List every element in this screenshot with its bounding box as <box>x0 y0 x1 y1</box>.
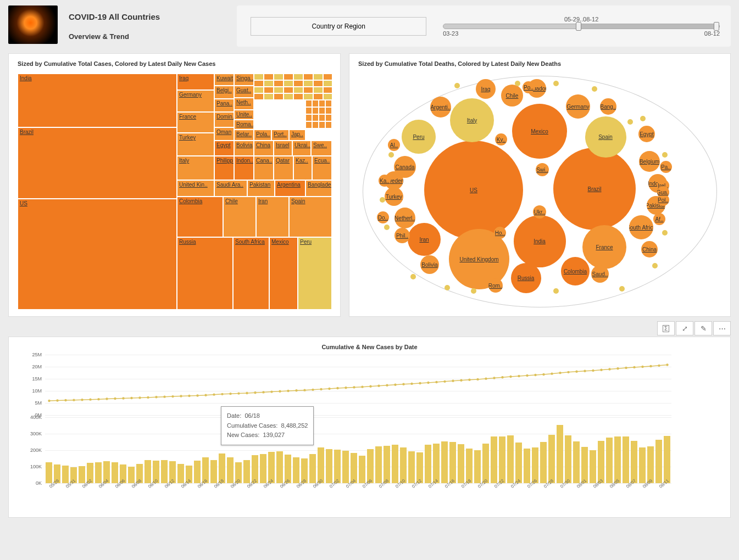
bubble-node[interactable]: Phil.. <box>394 228 410 243</box>
treemap-cell[interactable] <box>312 107 319 114</box>
treemap-cell[interactable] <box>303 74 313 80</box>
treemap-cell[interactable] <box>293 74 303 80</box>
bubble-node[interactable]: Russia <box>511 263 541 293</box>
bubble-node[interactable]: Argenti.. <box>430 97 451 117</box>
treemap-cell[interactable]: Pana.. <box>214 99 234 112</box>
bubble-node-small[interactable] <box>640 116 646 121</box>
bar[interactable] <box>507 435 514 483</box>
bubble-node[interactable]: US <box>424 141 523 239</box>
treemap-cell[interactable]: Russia <box>177 237 233 310</box>
treemap-cell[interactable] <box>305 114 312 121</box>
bubble-node-small[interactable] <box>592 86 597 92</box>
bar[interactable] <box>458 444 464 483</box>
bar[interactable] <box>466 449 473 483</box>
bubble-node[interactable]: Egypt <box>638 126 655 142</box>
bar[interactable] <box>540 442 547 483</box>
treemap-cell[interactable]: Iraq <box>177 74 214 90</box>
bubble-node[interactable]: Al.. <box>388 139 400 151</box>
bar[interactable] <box>145 460 151 483</box>
expand-button[interactable]: ⤢ <box>676 321 693 335</box>
bar[interactable] <box>655 440 662 483</box>
treemap-cell[interactable]: Iran <box>256 197 289 237</box>
bubble-node[interactable]: India <box>514 215 566 267</box>
bar[interactable] <box>664 436 670 483</box>
treemap-cell[interactable]: Cana.. <box>254 156 274 180</box>
treemap-cell[interactable]: Oman <box>214 127 234 141</box>
treemap-cell[interactable]: Ukrai.. <box>292 141 311 156</box>
treemap-cell[interactable]: Spain <box>289 197 332 237</box>
treemap-cell[interactable] <box>325 100 332 107</box>
treemap-cell[interactable]: Kuwait <box>214 74 234 86</box>
bubble-node[interactable]: South Africa <box>629 215 653 239</box>
treemap-cell[interactable] <box>284 87 293 93</box>
bar[interactable] <box>79 466 85 484</box>
treemap-cell[interactable]: Italy <box>177 156 214 180</box>
treemap-cell[interactable]: Port.. <box>271 130 289 141</box>
bar[interactable] <box>590 450 596 483</box>
treemap-cell[interactable] <box>312 100 319 107</box>
treemap-cell[interactable] <box>305 100 312 107</box>
treemap-cell[interactable] <box>274 93 284 100</box>
bubble-node[interactable]: Spain <box>585 116 626 158</box>
bar[interactable] <box>425 445 431 483</box>
treemap-cell[interactable] <box>312 114 319 121</box>
more-button[interactable]: ⋯ <box>713 321 731 335</box>
treemap-cell[interactable] <box>303 80 313 87</box>
treemap-cell[interactable] <box>254 93 264 100</box>
treemap-cell[interactable] <box>313 93 323 100</box>
bubble-node-small[interactable] <box>662 230 668 236</box>
treemap-cell[interactable]: Argentina <box>275 180 305 197</box>
treemap-cell[interactable]: Domin.. <box>214 112 234 127</box>
bar[interactable] <box>318 447 324 483</box>
treemap-cell[interactable] <box>284 93 293 100</box>
treemap-cell[interactable] <box>319 100 325 107</box>
bubble-node-small[interactable] <box>384 225 390 230</box>
treemap-cell[interactable] <box>313 74 323 80</box>
treemap-cell[interactable]: Peru <box>298 237 332 310</box>
treemap-cell[interactable] <box>323 74 332 80</box>
treemap-cell[interactable]: Belar.. <box>234 130 254 141</box>
treemap-cell[interactable]: Pola.. <box>254 130 271 141</box>
treemap-cell[interactable] <box>284 74 293 80</box>
treemap-cell[interactable]: Kaz.. <box>293 156 312 180</box>
country-region-button[interactable]: Country or Region <box>251 17 426 36</box>
bar[interactable] <box>515 443 522 483</box>
bar[interactable] <box>128 467 135 483</box>
bubble-node-small[interactable] <box>444 285 450 290</box>
edit-button[interactable]: ✎ <box>694 321 712 335</box>
bubble-node-small[interactable] <box>471 288 476 294</box>
treemap-cell[interactable]: Swe.. <box>311 141 332 156</box>
treemap-cell[interactable] <box>264 80 274 87</box>
treemap-cell[interactable]: United Kin.. <box>177 180 214 197</box>
slider-track[interactable] <box>443 24 720 29</box>
treemap-cell[interactable] <box>323 93 332 100</box>
bar[interactable] <box>441 441 448 484</box>
treemap-cell[interactable]: Bangladesh <box>305 180 332 197</box>
bar[interactable] <box>334 450 341 483</box>
treemap-cell[interactable] <box>254 80 264 87</box>
bar[interactable] <box>614 436 621 483</box>
bubble-node-small[interactable] <box>553 288 559 294</box>
bar[interactable] <box>499 436 505 483</box>
slider-thumb-start[interactable] <box>576 22 581 31</box>
treemap-cell[interactable] <box>319 121 325 128</box>
bar[interactable] <box>482 444 489 483</box>
bar[interactable] <box>177 464 184 483</box>
treemap-cell[interactable] <box>274 87 284 93</box>
bar[interactable] <box>384 446 390 483</box>
slider-thumb-end[interactable] <box>714 22 719 31</box>
bar[interactable] <box>367 449 374 483</box>
treemap-cell[interactable] <box>264 93 274 100</box>
treemap-cell[interactable]: Israel <box>274 141 292 156</box>
bar[interactable] <box>532 447 538 483</box>
aggregate-button[interactable]: Σ <box>657 321 675 335</box>
bubble-node-small[interactable] <box>619 286 625 292</box>
bubble-node[interactable]: Iraq <box>476 79 496 99</box>
bubble-node[interactable]: Netherl.. <box>394 208 415 228</box>
bar[interactable] <box>95 462 102 483</box>
bar[interactable] <box>375 446 382 484</box>
treemap-cell[interactable]: US <box>18 199 177 310</box>
treemap-cell[interactable]: Guat.. <box>234 86 254 98</box>
treemap-cell[interactable]: South Africa <box>233 237 269 310</box>
bubble-node-small[interactable] <box>627 119 633 125</box>
